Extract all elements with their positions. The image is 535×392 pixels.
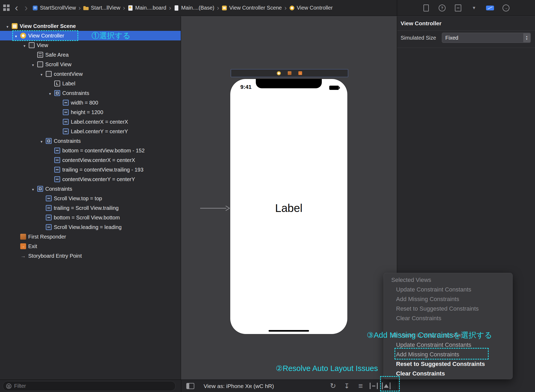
outline-row[interactable]: Constraints (0, 88, 181, 98)
inspector-title: View Controller (401, 20, 442, 27)
popup-section: Selected Views Update Constraint Constan… (384, 275, 512, 323)
filter-icon (6, 383, 11, 389)
size-inspector-icon[interactable] (485, 4, 495, 12)
outline-row[interactable]: contentView.centerY = centerY (0, 174, 181, 184)
outline-row[interactable]: View Controller Scene (0, 21, 181, 31)
disclosure-triangle-icon[interactable] (31, 186, 35, 192)
breadcrumb-item[interactable]: Main....(Base) (174, 5, 214, 11)
breadcrumb: StartScrollView › Start...llView › Main.… (32, 4, 333, 12)
constraints-group-icon (46, 138, 52, 144)
outline-row[interactable]: Label.centerY = centerY (0, 127, 181, 136)
scene-icon (222, 5, 227, 11)
outline-tree: View Controller Scene View Controller Vi… (0, 21, 181, 261)
divider (181, 380, 181, 392)
view-icon (46, 71, 52, 77)
outline-row[interactable]: width = 800 (0, 98, 181, 107)
disclosure-triangle-icon[interactable] (5, 23, 10, 29)
outline-row[interactable]: contentView (0, 69, 181, 79)
outline-row[interactable]: Label.centerX = centerX (0, 117, 181, 127)
outline-row[interactable]: Storyboard Entry Point (0, 251, 181, 261)
update-frames-icon[interactable] (328, 382, 338, 390)
sidebar-toggle-icon[interactable] (186, 383, 194, 389)
outline-row-label: View Controller Scene (20, 23, 76, 29)
highlight-box-resolve-icon (380, 376, 400, 391)
stepper-icon[interactable] (523, 33, 530, 42)
file-icon (174, 5, 179, 11)
outline-row[interactable]: View (0, 40, 181, 50)
filter-placeholder: Filter (14, 383, 26, 389)
label-icon (54, 81, 60, 86)
outline-row[interactable]: Constraints (0, 184, 181, 194)
view-icon (37, 61, 43, 67)
outline-row[interactable]: Scroll View (0, 60, 181, 69)
document-outline: View Controller Scene View Controller Vi… (0, 16, 181, 380)
outline-row[interactable]: First Responder (0, 232, 181, 241)
disclosure-triangle-icon[interactable] (39, 138, 44, 144)
add-new-constraints-icon[interactable] (370, 383, 378, 389)
back-chevron-icon (15, 3, 18, 13)
divider (397, 48, 535, 48)
outline-row[interactable]: Label (0, 79, 181, 88)
constraint-icon (46, 224, 52, 230)
outline-row-label: Scroll View.top = top (54, 195, 102, 202)
storyboard-icon (128, 5, 133, 11)
forward-button[interactable] (23, 3, 29, 13)
constraints-group-icon (37, 186, 43, 192)
outline-row-label: Constraints (45, 186, 72, 192)
xcode-window: StartScrollView › Start...llView › Main.… (0, 0, 535, 392)
outline-row-label: bottom = Scroll View.bottom (54, 215, 120, 221)
embed-icon[interactable] (342, 382, 352, 390)
view-controller-icon[interactable] (277, 71, 281, 75)
breadcrumb-item[interactable]: Start...llView (83, 5, 120, 11)
back-button[interactable] (13, 3, 20, 13)
simulated-size-dropdown[interactable]: Fixed (442, 33, 531, 43)
breadcrumb-item[interactable]: View Controller Scene (222, 5, 282, 11)
outline-row-label: contentView.centerX = centerX (62, 157, 135, 163)
outline-row[interactable]: trailing = contentView.trailing - 193 (0, 165, 181, 174)
outline-row[interactable]: Safe Area (0, 50, 181, 60)
outline-row-label: Scroll View.leading = leading (54, 224, 122, 230)
breadcrumb-item[interactable]: View Controller (289, 5, 333, 11)
status-bar-time: 9:41 (240, 84, 252, 90)
breadcrumb-item[interactable]: Main....board (128, 5, 166, 11)
first-responder-icon[interactable] (288, 71, 291, 75)
outline-row[interactable]: height = 1200 (0, 107, 181, 117)
annotation-step1: ①選択する (92, 31, 130, 40)
outline-row[interactable]: contentView.centerX = centerX (0, 155, 181, 165)
related-items-icon[interactable] (3, 5, 10, 11)
breadcrumb-item[interactable]: StartScrollView (32, 5, 76, 11)
attributes-inspector-icon[interactable] (470, 4, 479, 12)
menu-item[interactable]: Reset to Suggested Constraints (384, 359, 512, 369)
constraint-icon (63, 128, 69, 134)
outline-row[interactable]: Scroll View.leading = leading (0, 222, 181, 232)
file-inspector-icon[interactable] (422, 4, 431, 12)
view-controller-icon (289, 5, 295, 11)
outline-row[interactable]: Constraints (0, 136, 181, 146)
outline-row[interactable]: bottom = contentView.bottom - 152 (0, 146, 181, 155)
outline-row[interactable]: bottom = Scroll View.bottom (0, 213, 181, 222)
filter-input[interactable]: Filter (3, 381, 176, 391)
exit-icon[interactable] (298, 71, 302, 75)
disclosure-triangle-icon[interactable] (39, 71, 44, 77)
outline-row[interactable]: Exit (0, 241, 181, 251)
outline-row-label: Scroll View (45, 61, 72, 68)
menu-item[interactable]: Clear Constraints (384, 369, 512, 378)
forward-chevron-icon (24, 3, 28, 13)
disclosure-triangle-icon[interactable] (22, 42, 27, 48)
disclosure-triangle-icon[interactable] (31, 61, 35, 68)
quick-help-icon[interactable] (438, 4, 447, 12)
device-label[interactable]: Label (230, 202, 347, 215)
identity-inspector-icon[interactable] (454, 4, 463, 12)
exit-icon (20, 243, 26, 249)
device-canvas[interactable]: 9:41 Label (230, 79, 347, 334)
outline-row-label: trailing = contentView.trailing - 193 (62, 167, 143, 173)
constraint-icon (63, 119, 69, 125)
constraint-icon (46, 205, 52, 211)
menu-item: Add Missing Constraints (384, 294, 512, 304)
view-as-button[interactable]: View as: iPhone Xʀ (wC hR) (204, 383, 274, 389)
connections-inspector-icon[interactable] (501, 4, 511, 12)
outline-row[interactable]: Scroll View.top = top (0, 194, 181, 203)
disclosure-triangle-icon[interactable] (48, 90, 52, 96)
stack-icon[interactable] (356, 382, 365, 390)
outline-row[interactable]: trailing = Scroll View.trailing (0, 203, 181, 213)
